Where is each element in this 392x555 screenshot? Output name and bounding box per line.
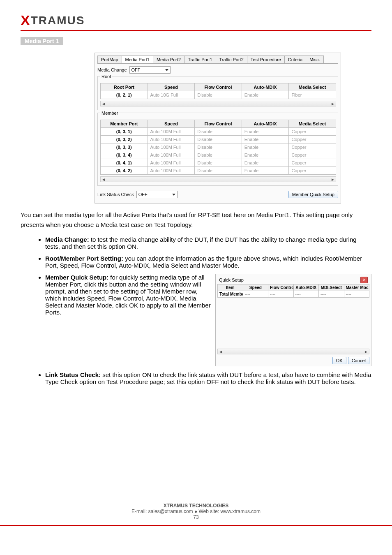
brand-logo: XTRAMUS <box>21 12 371 28</box>
table-row: (0, 2, 1) Auto 10G Full Disable Enable F… <box>101 91 336 99</box>
table-row: Total Member ---- ---- ---- ---- ---- <box>218 291 369 298</box>
member-port-cell: (0, 3, 1) <box>101 128 148 136</box>
table-row: (0, 3, 2)Auto 100M FullDisableEnableCopp… <box>101 136 336 143</box>
tab-media-port2[interactable]: Media Port2 <box>153 56 184 63</box>
root-port-cell: (0, 2, 1) <box>101 91 148 99</box>
col-auto-mdix: Auto-MDIX <box>242 83 289 91</box>
horizontal-scrollbar[interactable]: ◄► <box>100 176 336 182</box>
member-group: Member Member Port Speed Flow Control Au… <box>97 113 338 186</box>
media-port-panel: PortMap Media Port1 Media Port2 Traffic … <box>95 53 341 204</box>
col-flow-control: Flow Control <box>268 284 294 291</box>
tab-test-procedure[interactable]: Test Procedure <box>247 56 285 63</box>
tab-criteria[interactable]: Criteria <box>284 56 306 63</box>
cancel-button[interactable]: Cancel <box>348 357 369 364</box>
col-mdi-select: MDI-Select <box>319 284 344 291</box>
mdix-cell[interactable]: Enable <box>242 91 289 99</box>
col-media-select: Media Select <box>289 120 336 128</box>
mdix-cell[interactable]: Enable <box>242 143 289 151</box>
quick-setup-table: Item Speed Flow Control Auto-MDIX MDI-Se… <box>217 284 369 298</box>
media-cell[interactable]: Copper <box>289 159 336 167</box>
speed-cell[interactable]: ---- <box>243 291 268 298</box>
table-row: (0, 4, 2)Auto 100M FullDisableEnableCopp… <box>101 167 336 175</box>
horizontal-scrollbar[interactable]: ◄► <box>217 349 369 354</box>
mdix-cell[interactable]: Enable <box>242 128 289 136</box>
tab-bar: PortMap Media Port1 Media Port2 Traffic … <box>97 56 338 64</box>
speed-cell[interactable]: Auto 100M Full <box>148 143 195 151</box>
col-auto-mdix: Auto-MDIX <box>242 120 289 128</box>
link-status-label: Link Status Check <box>97 192 134 197</box>
media-cell[interactable]: Copper <box>289 136 336 143</box>
speed-cell[interactable]: Auto 10G Full <box>148 91 195 99</box>
media-cell[interactable]: Copper <box>289 167 336 175</box>
master-mode-cell[interactable]: ---- <box>344 291 369 298</box>
page-footer: XTRAMUS TECHNOLOGIES E-mail: sales@xtram… <box>0 503 392 520</box>
total-member-label: Total Member <box>218 291 243 298</box>
flow-cell[interactable]: Disable <box>195 167 242 175</box>
media-cell[interactable]: Fiber <box>289 91 336 99</box>
chevron-down-icon <box>172 194 175 196</box>
col-speed: Speed <box>148 120 195 128</box>
bullet-link-status: Link Status Check: set this option ON to… <box>45 371 371 385</box>
bullet-root-member: Root/Member Port Setting: you can adopt … <box>45 255 371 269</box>
speed-cell[interactable]: Auto 100M Full <box>148 151 195 159</box>
root-group: Root Root Port Speed Flow Control Auto-M… <box>97 76 338 110</box>
col-flow-control: Flow Control <box>195 83 242 91</box>
intro-paragraph: You can set the media type for all the A… <box>21 210 371 230</box>
col-member-port: Member Port <box>101 120 148 128</box>
link-status-select[interactable]: OFF <box>136 191 178 198</box>
root-table: Root Port Speed Flow Control Auto-MDIX M… <box>100 83 336 99</box>
horizontal-scrollbar[interactable]: ◄► <box>100 101 336 106</box>
table-row: (0, 4, 1)Auto 100M FullDisableEnableCopp… <box>101 159 336 167</box>
speed-cell[interactable]: Auto 100M Full <box>148 128 195 136</box>
media-change-select[interactable]: OFF <box>129 66 171 74</box>
flow-cell[interactable]: Disable <box>195 128 242 136</box>
media-cell[interactable]: Copper <box>289 143 336 151</box>
flow-cell[interactable]: Disable <box>195 151 242 159</box>
col-item: Item <box>218 284 243 291</box>
tab-portmap[interactable]: PortMap <box>97 56 122 63</box>
speed-cell[interactable]: Auto 100M Full <box>148 159 195 167</box>
flow-cell[interactable]: Disable <box>195 143 242 151</box>
speed-cell[interactable]: Auto 100M Full <box>148 167 195 175</box>
mdix-cell[interactable]: Enable <box>242 151 289 159</box>
member-port-cell: (0, 3, 4) <box>101 151 148 159</box>
media-cell[interactable]: Copper <box>289 151 336 159</box>
media-change-label: Media Change <box>97 67 127 72</box>
bullet-member-quick-setup: Member Quick Setup: for quickly setting … <box>45 274 371 366</box>
col-flow-control: Flow Control <box>195 120 242 128</box>
mdix-cell[interactable]: ---- <box>293 291 319 298</box>
dialog-title: Quick Setup <box>219 278 244 282</box>
col-master-mode: Master Moc <box>344 284 369 291</box>
mdix-cell[interactable]: Enable <box>242 136 289 143</box>
table-row: (0, 3, 1)Auto 100M FullDisableEnableCopp… <box>101 128 336 136</box>
col-speed: Speed <box>148 83 195 91</box>
tab-traffic-port2[interactable]: Traffic Port2 <box>216 56 247 63</box>
tab-traffic-port1[interactable]: Traffic Port1 <box>184 56 216 63</box>
member-quick-setup-button[interactable]: Member Quick Setup <box>288 191 338 198</box>
speed-cell[interactable]: Auto 100M Full <box>148 136 195 143</box>
bullet-media-change: Media Change: to test the media change a… <box>45 236 371 250</box>
media-cell[interactable]: Copper <box>289 128 336 136</box>
flow-cell[interactable]: Disable <box>195 91 242 99</box>
table-row: (0, 3, 4)Auto 100M FullDisableEnableCopp… <box>101 151 336 159</box>
flow-cell[interactable]: Disable <box>195 136 242 143</box>
member-table: Member Port Speed Flow Control Auto-MDIX… <box>100 120 336 175</box>
mdi-select-cell[interactable]: ---- <box>319 291 344 298</box>
close-icon[interactable]: ✕ <box>360 277 368 283</box>
tab-media-port1[interactable]: Media Port1 <box>122 56 153 63</box>
logo-divider <box>21 30 371 31</box>
root-group-title: Root <box>100 74 112 79</box>
ok-button[interactable]: OK <box>332 357 346 364</box>
section-heading: Media Port 1 <box>21 37 63 45</box>
member-port-cell: (0, 4, 1) <box>101 159 148 167</box>
member-port-cell: (0, 4, 2) <box>101 167 148 175</box>
col-root-port: Root Port <box>101 83 148 91</box>
mdix-cell[interactable]: Enable <box>242 159 289 167</box>
col-media-select: Media Select <box>289 83 336 91</box>
mdix-cell[interactable]: Enable <box>242 167 289 175</box>
tab-misc[interactable]: Misc. <box>306 56 324 63</box>
flow-cell[interactable]: ---- <box>268 291 294 298</box>
flow-cell[interactable]: Disable <box>195 159 242 167</box>
col-auto-mdix: Auto-MDIX <box>293 284 319 291</box>
chevron-down-icon <box>165 69 168 71</box>
